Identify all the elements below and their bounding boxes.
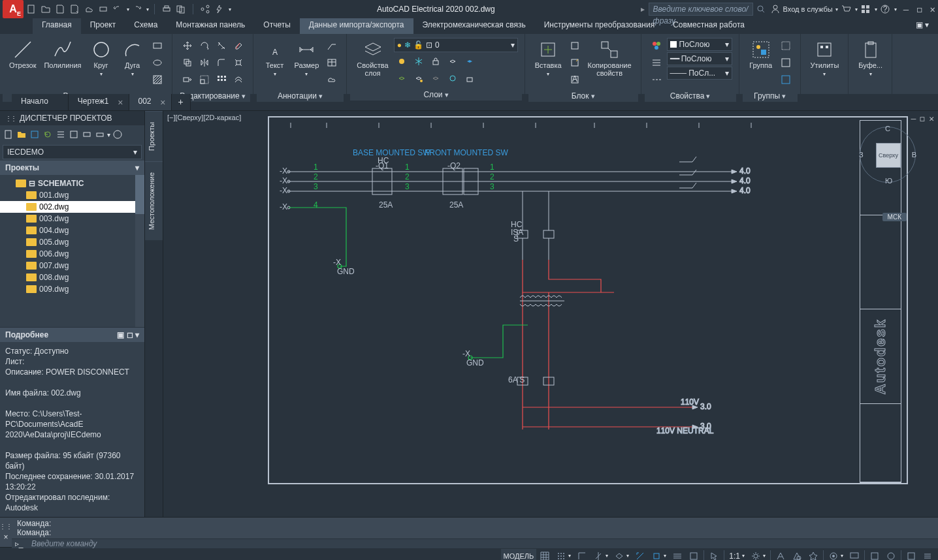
status-selection-icon[interactable]: [706, 549, 722, 561]
tree-file[interactable]: 006.dwg: [0, 248, 144, 260]
search-icon[interactable]: [754, 3, 768, 16]
drawing-canvas[interactable]: [−][Сверху][2D-каркас] — ◻ ✕ BASE MOUNTE…: [163, 111, 938, 517]
command-input[interactable]: Введите команду: [26, 539, 938, 548]
layer-freeze-icon[interactable]: [411, 54, 427, 69]
tree-file-selected[interactable]: 002.dwg: [0, 201, 144, 213]
linetype-combo[interactable]: ─── ПоСл...▾: [667, 67, 732, 80]
pm-plot-icon[interactable]: [81, 129, 93, 140]
status-ortho-icon[interactable]: [574, 549, 590, 561]
layer-on-icon[interactable]: [394, 54, 410, 69]
viewcube-face[interactable]: Сверху: [876, 143, 901, 168]
cart-icon[interactable]: [839, 3, 852, 16]
tab-schema[interactable]: Схема: [125, 18, 167, 34]
match-props-button[interactable]: Копирование свойств: [585, 38, 634, 78]
projects-header[interactable]: Проекты▾: [0, 161, 144, 175]
viewport-close-icon[interactable]: ✕: [929, 114, 934, 123]
qat-elec-icon[interactable]: [213, 3, 226, 16]
tree-file[interactable]: 004.dwg: [0, 225, 144, 236]
pm-task-icon[interactable]: [68, 129, 80, 140]
pm-help-icon[interactable]: [112, 129, 123, 140]
tab-convert[interactable]: Инструменты преобразования: [535, 18, 664, 34]
project-manager-title[interactable]: ДИСПЕТЧЕР ПРОЕКТОВ: [0, 111, 144, 125]
tree-file[interactable]: 001.dwg: [0, 189, 144, 201]
qat-cloud-icon[interactable]: [82, 3, 95, 16]
hatch-icon[interactable]: [150, 72, 165, 87]
panel-block-title[interactable]: Блок ▾: [528, 90, 638, 102]
close-icon[interactable]: ×: [160, 97, 165, 108]
dimension-button[interactable]: Размер▾: [292, 38, 322, 80]
ribbon-options-icon[interactable]: ▣ ▾: [907, 18, 938, 34]
status-annoscale-icon[interactable]: [773, 549, 788, 561]
panel-layers-title[interactable]: Слои ▾: [350, 89, 521, 101]
tab-reports[interactable]: Отчеты: [254, 18, 299, 34]
tab-emech[interactable]: Электромеханическая связь: [413, 18, 535, 34]
qat-more-dropdown[interactable]: ▾: [229, 7, 231, 12]
app-icon-small[interactable]: [859, 3, 872, 16]
qat-save-icon[interactable]: [54, 3, 67, 16]
offset-icon[interactable]: [231, 72, 246, 87]
app-icon[interactable]: A: [3, 0, 24, 18]
circle-button[interactable]: Круг▾: [87, 38, 116, 80]
layer-lock-icon[interactable]: [428, 54, 444, 69]
tab-panel[interactable]: Монтажная панель: [167, 18, 254, 34]
array-icon[interactable]: [214, 72, 229, 87]
qat-saveas-icon[interactable]: [68, 3, 81, 16]
qat-undo-icon[interactable]: [111, 3, 124, 16]
pm-print-icon[interactable]: [94, 129, 106, 140]
status-transparency-icon[interactable]: [686, 549, 702, 561]
rotate-icon[interactable]: [197, 38, 212, 54]
ungroup-icon[interactable]: [778, 38, 794, 54]
signin-label[interactable]: Вход в службы: [783, 5, 833, 13]
pm-refresh-icon[interactable]: [29, 129, 40, 140]
lineweight-combo[interactable]: ━━ ПоСлою▾: [667, 52, 732, 65]
tab-import[interactable]: Данные импорта/экспорта: [300, 18, 413, 34]
line-button[interactable]: Отрезок: [7, 38, 39, 70]
status-hardware-icon[interactable]: [867, 549, 882, 561]
layer-prev-icon[interactable]: [394, 70, 410, 86]
qat-batch-icon[interactable]: [174, 3, 187, 16]
scale-icon[interactable]: [197, 72, 212, 87]
status-polar-icon[interactable]: ▾: [590, 549, 611, 561]
clipboard-button[interactable]: Буфе...▾: [856, 38, 885, 80]
viewport-max-icon[interactable]: ◻: [920, 114, 925, 123]
tree-file[interactable]: 005.dwg: [0, 236, 144, 248]
qat-share-icon[interactable]: [199, 3, 212, 16]
linetype-icon[interactable]: [649, 72, 664, 87]
status-snap-icon[interactable]: ▾: [553, 549, 574, 561]
project-combo[interactable]: IECDEMO▾: [3, 145, 142, 159]
user-icon[interactable]: [769, 3, 782, 16]
status-osnap-icon[interactable]: [632, 549, 648, 561]
status-lwt-icon[interactable]: [670, 549, 685, 561]
undo-dropdown[interactable]: ▾: [127, 7, 129, 12]
move-icon[interactable]: [180, 38, 195, 54]
tree-file[interactable]: 008.dwg: [0, 272, 144, 283]
color-combo[interactable]: ПоСлою▾: [667, 38, 732, 51]
qat-plot-icon[interactable]: [97, 3, 110, 16]
layer-off-icon[interactable]: [428, 70, 444, 86]
qat-redo-icon[interactable]: [131, 3, 144, 16]
tab-start[interactable]: Начало: [12, 94, 69, 110]
sidetab-projects[interactable]: Проекты: [145, 111, 163, 161]
maximize-button[interactable]: ◻: [916, 4, 922, 14]
explode-icon[interactable]: [231, 55, 246, 70]
tree-file[interactable]: 003.dwg: [0, 213, 144, 225]
panel-annot-title[interactable]: Аннотации ▾: [257, 90, 344, 102]
arc-button[interactable]: Дуга▾: [118, 38, 147, 80]
ellipse-icon[interactable]: [150, 55, 165, 70]
panel-groups-title[interactable]: Группы ▾: [743, 90, 798, 102]
status-gear-icon[interactable]: ▾: [748, 549, 768, 561]
erase-icon[interactable]: [231, 38, 246, 54]
rect-icon[interactable]: [150, 38, 165, 54]
layer-unlock-icon[interactable]: [462, 70, 477, 86]
stretch-icon[interactable]: [180, 72, 195, 87]
tab-002[interactable]: 002×: [129, 94, 172, 110]
fillet-icon[interactable]: [214, 55, 229, 70]
lineweight-icon[interactable]: [649, 55, 664, 70]
block-create-icon[interactable]: [567, 38, 583, 54]
tree-folder[interactable]: ⊟SCHEMATIC: [0, 178, 144, 189]
mirror-icon[interactable]: [197, 55, 212, 70]
tab-project[interactable]: Проект: [81, 18, 125, 34]
status-model[interactable]: МОДЕЛЬ: [501, 549, 537, 561]
block-attr-icon[interactable]: A: [567, 72, 583, 87]
tab-drawing1[interactable]: Чертеж1×: [69, 94, 129, 110]
